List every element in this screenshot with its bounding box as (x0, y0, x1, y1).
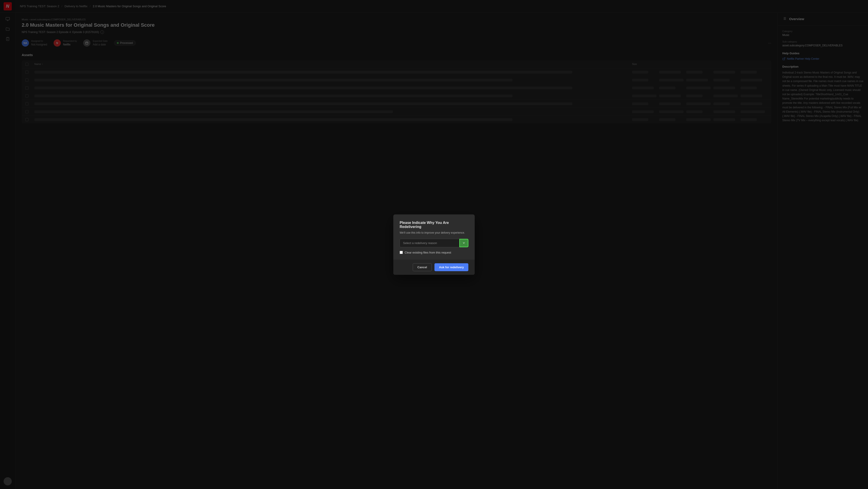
modal-overlay[interactable]: Please Indicate Why You Are Redelivering… (0, 0, 868, 489)
chevron-down-icon (462, 241, 465, 244)
ask-redelivery-button[interactable]: Ask for redelivery (434, 263, 468, 271)
modal-title: Please Indicate Why You Are Redelivering (400, 221, 468, 229)
redelivery-modal: Please Indicate Why You Are Redelivering… (393, 214, 475, 275)
redelivery-reason-wrapper: Select a redelivery reason (400, 239, 468, 247)
modal-subtitle: We'll use this info to improve your deli… (400, 231, 468, 234)
cancel-button[interactable]: Cancel (413, 263, 432, 271)
dropdown-arrow-button[interactable] (459, 239, 468, 247)
clear-files-row: Clear existing files from this request (400, 251, 468, 254)
modal-footer: Cancel Ask for redelivery (393, 260, 475, 275)
clear-files-label: Clear existing files from this request (405, 251, 451, 254)
clear-files-checkbox[interactable] (400, 251, 403, 254)
redelivery-reason-select[interactable]: Select a redelivery reason (400, 239, 468, 247)
